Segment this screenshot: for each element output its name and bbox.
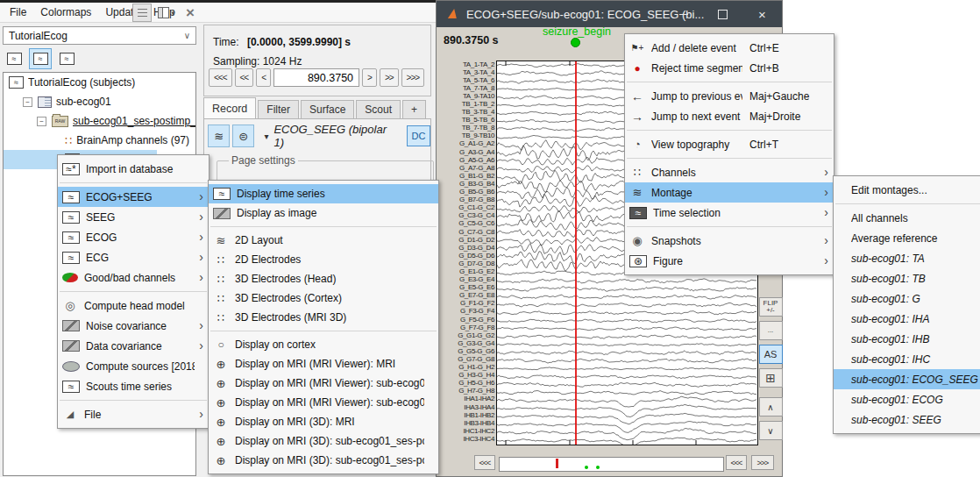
tree-item[interactable]: − ∷ BrainAmp channels (97) xyxy=(4,131,195,150)
menu-item[interactable]: ◎ Compute head model xyxy=(58,295,209,316)
channel-label[interactable]: IHB1-IHB2 xyxy=(442,411,494,419)
channel-label[interactable]: G_F3-G_F4 xyxy=(442,308,494,316)
flip-sign-button[interactable]: FLIP +/- xyxy=(759,297,783,317)
panel-tab[interactable]: Surface xyxy=(301,100,354,118)
menu-item[interactable]: sub-ecog01: TA xyxy=(834,248,980,268)
menu-item[interactable]: ∷ 3D Electrodes (Cortex) xyxy=(209,288,438,308)
anatomy-view-button[interactable]: ≈ xyxy=(3,48,25,69)
channel-label[interactable]: G_D1-G_D2 xyxy=(442,236,494,244)
menu-item[interactable]: ≈ SEEG xyxy=(58,207,209,227)
montage-dropdown[interactable]: ECOG_SEEG (bipolar 1) xyxy=(264,123,395,149)
menu-item[interactable]: ∷ 3D Electrodes (MRI 3D) xyxy=(209,308,438,327)
menu-item[interactable]: ≋ 2D Layout xyxy=(209,231,438,250)
panel-tab[interactable]: Scout xyxy=(356,100,401,118)
menu-item[interactable]: ⊕ Display on MRI (MRI Viewer): sub-ecog0… xyxy=(209,393,438,412)
panel-close-button[interactable]: × xyxy=(181,4,199,21)
channel-label[interactable]: G_C7-G_C8 xyxy=(442,228,494,236)
menu-item[interactable]: Average reference xyxy=(834,228,980,248)
menu-item[interactable]: sub-ecog01: G xyxy=(834,288,980,309)
menu-item[interactable]: Compute sources [2018] xyxy=(58,356,209,376)
panel-tab[interactable]: Record xyxy=(203,97,256,118)
menu-item[interactable]: ≈ ECG xyxy=(58,247,209,267)
channel-label[interactable]: G_A5-G_A6 xyxy=(442,156,494,164)
menubar-item[interactable]: Colormaps xyxy=(36,3,101,22)
channel-label[interactable]: G_A3-G_A4 xyxy=(442,148,494,156)
event-marker-dot[interactable] xyxy=(571,38,580,47)
tree-item[interactable]: − ≈ TutorialEcog (subjects) xyxy=(4,73,140,92)
menu-item[interactable]: ∷ Channels xyxy=(625,162,834,182)
channel-label[interactable]: TA_3-TA_4 xyxy=(442,68,494,76)
menu-item[interactable]: ≋ Montage xyxy=(625,182,834,203)
channel-label[interactable]: G_A7-G_A8 xyxy=(442,164,494,172)
menu-item[interactable]: ⊕ Display on MRI (MRI Viewer): MRI xyxy=(209,354,438,374)
channel-label[interactable]: G_A1-G_A2 xyxy=(442,140,494,148)
menu-item[interactable]: ≈ ECOG+SEEG xyxy=(58,187,209,207)
menu-item[interactable]: sub-ecog01: TB xyxy=(834,268,980,288)
events-toggle-button[interactable]: ⊜ xyxy=(232,125,254,147)
menu-item[interactable]: ◉ Snapshots xyxy=(625,231,834,251)
time-forward-button[interactable]: > xyxy=(362,68,377,87)
menu-item[interactable]: ≈ Display time series xyxy=(209,184,438,203)
minimize-button[interactable] xyxy=(664,1,703,27)
time-back-button[interactable]: <<< xyxy=(209,68,232,87)
maximize-button[interactable] xyxy=(703,1,742,27)
viewer-titlebar[interactable]: ECOG+SEEG/sub-ecog01: ECOG_SEEG (bi... × xyxy=(437,1,782,27)
channel-label[interactable]: TA_1-TA_2 xyxy=(442,61,494,68)
menu-item[interactable]: ○ Display on cortex xyxy=(209,335,438,354)
autoscale-button[interactable]: AS xyxy=(759,345,783,364)
menu-item[interactable]: ⊕ Display on MRI (MRI Viewer): sub-ecog0… xyxy=(209,374,438,393)
window-layout-button[interactable]: ▾ xyxy=(158,4,175,21)
menu-item[interactable]: sub-ecog01: SEEG xyxy=(834,409,980,430)
menu-item[interactable]: ⊛ Figure xyxy=(625,251,834,271)
channel-label[interactable]: IHC3-IHC4 xyxy=(442,435,494,443)
scroll-down-button[interactable]: ∨ xyxy=(759,421,783,440)
menu-item[interactable]: sub-ecog01: ECOG xyxy=(834,389,980,409)
menu-item[interactable]: Noise covariance xyxy=(58,316,209,336)
channel-label[interactable]: TA_5-TA_6 xyxy=(442,76,494,84)
menu-item[interactable]: ⊕ Display on MRI (3D): sub-ecog01_ses-po… xyxy=(209,431,438,451)
menu-item[interactable]: ⊕ Display on MRI (3D): MRI xyxy=(209,412,438,431)
current-time-input[interactable] xyxy=(273,68,359,87)
collapse-toggle[interactable]: − xyxy=(23,97,32,107)
menu-item[interactable]: ≈ Scouts time series xyxy=(58,376,209,396)
scroll-up-button[interactable]: ∧ xyxy=(759,397,783,416)
menu-item[interactable]: sub-ecog01: IHA xyxy=(834,309,980,329)
menu-item[interactable]: sub-ecog01: IHB xyxy=(834,329,980,349)
menu-item[interactable]: ⊕ Display on MRI (3D): sub-ecog01_ses-po… xyxy=(209,451,438,470)
time-back-button[interactable]: < xyxy=(256,68,271,87)
panel-list-button[interactable] xyxy=(132,4,152,22)
channel-label[interactable]: G_G3-G_G4 xyxy=(442,339,494,347)
menu-item[interactable]: ⚑+ Add / delete event Ctrl+E xyxy=(625,38,834,58)
menu-item[interactable]: sub-ecog01: IHC xyxy=(834,349,980,369)
menu-item[interactable]: ◔ View topography Ctrl+T xyxy=(625,134,834,154)
menu-item[interactable]: ≈ ECOG xyxy=(58,227,209,247)
channel-label[interactable]: IHA3-IHA4 xyxy=(442,403,494,411)
menu-item[interactable]: ≈* Import in database xyxy=(58,159,209,179)
channel-label[interactable]: G_F7-G_F8 xyxy=(442,324,494,331)
menu-item[interactable]: ∷ 2D Electrodes xyxy=(209,250,438,269)
recording-progress-bar[interactable] xyxy=(499,457,724,472)
menu-item[interactable]: ← Jump to previous event Maj+Gauche xyxy=(625,86,834,106)
more-options-button[interactable]: ... xyxy=(759,321,783,340)
channel-label[interactable]: G_G1-G_G2 xyxy=(442,331,494,339)
menu-item[interactable]: ≈ Time selection xyxy=(625,203,834,223)
channel-label[interactable]: IHA1-IHA2 xyxy=(442,395,494,403)
close-button[interactable]: × xyxy=(742,1,782,27)
functional-condition-view-button[interactable]: ≈ xyxy=(55,48,78,69)
tree-item[interactable]: − sub-ecog01 xyxy=(4,92,117,111)
functional-subject-view-button[interactable]: ≈ xyxy=(29,48,52,69)
montage-toggle-button[interactable]: ≋ xyxy=(208,125,230,147)
channel-label[interactable]: G_D5-G_D6 xyxy=(442,252,494,260)
page-far-back-button[interactable]: <<< xyxy=(474,455,495,470)
menu-item[interactable]: ● Reject time segment Ctrl+B xyxy=(625,58,834,78)
time-forward-button[interactable]: >> xyxy=(380,68,399,87)
channel-label[interactable]: G_D3-G_D4 xyxy=(442,244,494,252)
menu-item[interactable]: Data covariance xyxy=(58,336,209,356)
menu-item[interactable]: Display as image xyxy=(209,203,438,223)
menubar-item[interactable]: File xyxy=(5,3,36,22)
channel-label[interactable]: G_F5-G_F6 xyxy=(442,316,494,324)
collapse-toggle[interactable]: − xyxy=(37,117,46,126)
menu-item[interactable]: Edit montages... xyxy=(834,180,980,200)
page-forward-button[interactable]: >>> xyxy=(751,455,774,470)
tree-item[interactable]: − RAW sub-ecog01_ses-postimp_task- xyxy=(4,111,196,131)
